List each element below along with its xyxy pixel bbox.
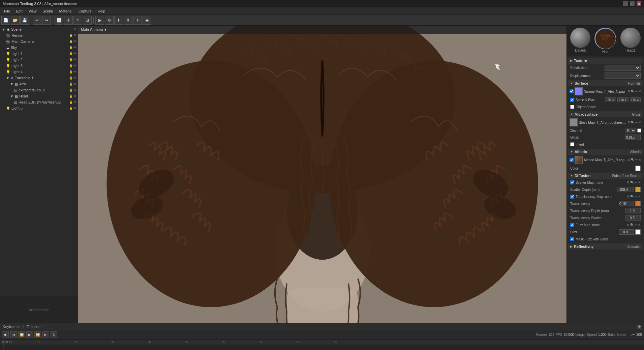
normal-map-settings-icon[interactable]: ⚙ xyxy=(627,90,630,93)
preview-sphere-hair[interactable] xyxy=(594,28,616,49)
timeline-expand-icon[interactable] xyxy=(637,325,641,329)
translucency-edit-icon[interactable]: ✏ xyxy=(635,195,637,198)
turntable1-lock-icon[interactable]: 🔒 xyxy=(69,76,73,80)
toolbar-btn-materials[interactable]: ◉ xyxy=(143,16,151,25)
albedo-color-swatch[interactable] xyxy=(635,166,641,171)
normal-map-checkbox[interactable] xyxy=(570,89,574,93)
gloss-value-input[interactable] xyxy=(625,135,641,140)
light3-lock-icon[interactable]: 🔒 xyxy=(69,64,73,67)
extractedgeo-visible-icon[interactable]: 👁 xyxy=(73,88,76,92)
render-visible-icon[interactable]: 👁 xyxy=(73,34,76,37)
tree-item-headzbpolymesh[interactable]: ▤ Head:ZBrushPolyMesh3D 🔒 👁 xyxy=(0,99,78,105)
scatter-depth-input[interactable] xyxy=(617,187,634,192)
record-button[interactable]: ⏺ xyxy=(2,331,9,338)
tree-item-light3[interactable]: 💡 Light 3 🔒 👁 xyxy=(0,63,78,69)
object-space-checkbox[interactable] xyxy=(570,105,574,109)
surface-section-header[interactable]: ▼ Surface Normals xyxy=(568,80,643,86)
gloss-clear-icon[interactable]: ✕ xyxy=(639,121,641,124)
tree-item-extractedgeo[interactable]: ▤ extractedGeo_2 🔒 👁 xyxy=(0,87,78,93)
flip-x-button[interactable]: Flip X xyxy=(605,97,616,102)
timeline-track[interactable]: 0:00.01 1s 2s 3s 4s 5s 6s 7s 8s 9s xyxy=(0,340,644,350)
light4-visible-icon[interactable]: 👁 xyxy=(73,70,76,74)
play-button[interactable]: ▶ xyxy=(26,331,33,338)
toolbar-btn-export[interactable]: ⬆ xyxy=(124,16,132,25)
render-lock-icon[interactable]: 🔒 xyxy=(69,34,73,37)
sky-lock-icon[interactable]: 🔒 xyxy=(69,46,73,49)
tree-item-sky[interactable]: ☁ Sky 🔒 👁 xyxy=(0,45,78,51)
light3-visible-icon[interactable]: 👁 xyxy=(73,64,76,67)
light5-lock-icon[interactable]: 🔒 xyxy=(69,107,73,110)
tree-item-turntable1[interactable]: ▼ ↺ Turntable 1 🔒 👁 xyxy=(0,75,78,81)
albedo-search-icon[interactable]: 🔍 xyxy=(631,158,635,162)
toolbar-btn-select[interactable]: ⬜ xyxy=(55,16,63,25)
texture-section-header[interactable]: ▶ Texture xyxy=(568,58,643,64)
light5-visible-icon[interactable]: 👁 xyxy=(73,107,76,110)
light2-lock-icon[interactable]: 🔒 xyxy=(69,58,73,61)
camera-visible-icon[interactable]: 👁 xyxy=(73,40,76,43)
headzbpolymesh-visible-icon[interactable]: 👁 xyxy=(73,100,76,104)
invert-checkbox[interactable] xyxy=(570,142,574,146)
translucency-color-swatch[interactable] xyxy=(635,201,641,206)
normal-map-edit-icon[interactable]: ✏ xyxy=(635,90,638,93)
turntable1-visible-icon[interactable]: 👁 xyxy=(73,76,76,80)
gloss-search-icon[interactable]: 🔍 xyxy=(631,121,635,124)
toolbar-btn-render[interactable]: ▶ xyxy=(95,16,104,25)
toolbar-btn-import[interactable]: ⬇ xyxy=(114,16,123,25)
timeline-playhead[interactable] xyxy=(3,340,3,350)
viewport-camera-selector[interactable]: Main Camera ▾ xyxy=(81,28,106,32)
translucency-settings-icon[interactable]: ⚙ xyxy=(627,195,630,198)
loop-button[interactable]: ↻ xyxy=(51,331,57,338)
menu-view[interactable]: View xyxy=(26,8,39,14)
menu-file[interactable]: File xyxy=(1,8,13,14)
toolbar-btn-undo[interactable]: ↩ xyxy=(33,16,41,25)
afro-visible-icon[interactable]: 👁 xyxy=(73,82,76,86)
diffusion-section-header[interactable]: ▼ Diffusion Subsurface Scatter xyxy=(568,173,643,179)
gloss-edit-icon[interactable]: ✏ xyxy=(635,121,638,124)
albedo-settings-icon[interactable]: ⚙ xyxy=(627,158,630,162)
toolbar-btn-rotate[interactable]: ↻ xyxy=(73,16,82,25)
extractedgeo-lock-icon[interactable]: 🔒 xyxy=(69,88,73,92)
scatter-depth-color-swatch[interactable] xyxy=(635,187,641,192)
headzbpolymesh-lock-icon[interactable]: 🔒 xyxy=(69,100,73,104)
subdivision-dropdown[interactable] xyxy=(605,65,641,71)
tree-item-light5[interactable]: 💡 Light 5 🔒 👁 xyxy=(0,105,78,111)
fuzz-edit-icon[interactable]: ✏ xyxy=(635,223,637,227)
menu-material[interactable]: Material xyxy=(57,8,75,14)
light1-visible-icon[interactable]: 👁 xyxy=(73,52,76,55)
tree-item-light2[interactable]: 💡 Light 2 🔒 👁 xyxy=(0,57,78,63)
menu-edit[interactable]: Edit xyxy=(13,8,25,14)
normal-map-search-icon[interactable]: 🔍 xyxy=(631,90,635,93)
scatter-edit-icon[interactable]: ✏ xyxy=(635,181,637,184)
scatter-search-icon[interactable]: 🔍 xyxy=(630,181,634,184)
toolbar-btn-scale[interactable]: ⊡ xyxy=(83,16,92,25)
fuzz-settings-icon[interactable]: ⚙ xyxy=(627,223,630,227)
fuzz-search-icon[interactable]: 🔍 xyxy=(630,223,634,227)
sky-visible-icon[interactable]: 👁 xyxy=(73,46,76,49)
tree-item-head[interactable]: ▼ ▦ Head 🔒 👁 xyxy=(0,93,78,99)
maximize-button[interactable]: □ xyxy=(630,1,635,6)
close-button[interactable]: ✕ xyxy=(637,1,641,6)
fuzz-map-checkbox[interactable] xyxy=(570,223,574,227)
goto-start-button[interactable]: ⏮ xyxy=(10,331,17,338)
scatter-map-checkbox[interactable] xyxy=(570,180,574,184)
menu-scene[interactable]: Scene xyxy=(40,8,56,14)
tree-item-scene[interactable]: ▼ ◉ Scene 👁 xyxy=(0,26,78,32)
toolbar-btn-save[interactable]: 💾 xyxy=(20,16,29,25)
channel-checkbox[interactable] xyxy=(637,128,641,133)
light4-lock-icon[interactable]: 🔒 xyxy=(69,70,73,74)
goto-end-button[interactable]: ⏭ xyxy=(42,331,49,338)
toolbar-btn-settings[interactable]: ⚙ xyxy=(105,16,114,25)
gloss-settings-icon[interactable]: ⚙ xyxy=(627,121,630,124)
translucency-depth-input[interactable] xyxy=(625,208,641,213)
translucency-input[interactable] xyxy=(619,201,634,206)
menu-help[interactable]: Help xyxy=(95,8,108,14)
step-fwd-button[interactable]: ⏩ xyxy=(34,331,41,338)
fuzz-color-swatch[interactable] xyxy=(635,229,641,235)
tree-item-light4[interactable]: 💡 Light 4 🔒 👁 xyxy=(0,69,78,75)
albedo-section-header[interactable]: ▼ Albedo Albedo xyxy=(568,149,643,155)
toolbar-btn-redo[interactable]: ↪ xyxy=(42,16,51,25)
scene-visible-icon[interactable]: 👁 xyxy=(73,28,76,31)
light1-lock-icon[interactable]: 🔒 xyxy=(69,52,73,55)
tree-item-light1[interactable]: 💡 Light 1 🔒 👁 xyxy=(0,51,78,57)
toolbar-btn-move[interactable]: ✛ xyxy=(64,16,73,25)
